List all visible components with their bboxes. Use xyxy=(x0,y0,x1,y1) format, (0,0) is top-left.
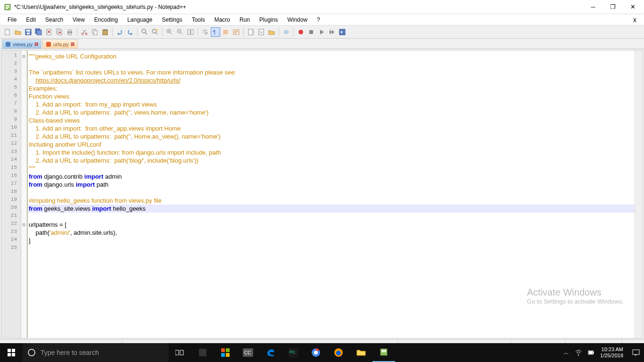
menu-edit[interactable]: Edit xyxy=(21,16,41,24)
code-line[interactable]: 1. Add an import: from my_app import vie… xyxy=(28,100,635,108)
taskbar-app-store[interactable] xyxy=(214,343,237,362)
notifications-icon[interactable] xyxy=(632,348,640,357)
maximize-button[interactable]: ❐ xyxy=(607,1,619,13)
doc-map-icon[interactable] xyxy=(246,27,256,37)
stop-macro-icon[interactable] xyxy=(306,27,316,37)
menu-view[interactable]: View xyxy=(68,16,90,24)
code-area[interactable]: """geeks_site URL ConfigurationThe `urlp… xyxy=(28,50,635,338)
menu-file[interactable]: File xyxy=(3,16,21,24)
play-multi-icon[interactable] xyxy=(327,27,337,37)
wordwrap-icon[interactable] xyxy=(200,27,210,37)
zoom-in-icon[interactable] xyxy=(165,27,174,37)
copy-icon[interactable] xyxy=(90,27,99,37)
code-line[interactable]: Function views xyxy=(28,92,635,100)
start-button[interactable] xyxy=(0,343,23,362)
save-icon[interactable] xyxy=(24,27,33,37)
code-line[interactable] xyxy=(28,213,635,221)
save-all-icon[interactable] xyxy=(34,27,43,37)
close-button[interactable]: ✕ xyxy=(627,1,638,13)
code-line[interactable]: 2. Add a URL to urlpatterns: path('', Ho… xyxy=(28,132,635,140)
taskbar-app-firefox[interactable] xyxy=(327,343,350,362)
play-macro-icon[interactable] xyxy=(317,27,326,37)
code-line[interactable]: 1. Add an import: from other_app.views i… xyxy=(28,124,635,132)
menu-help[interactable]: ? xyxy=(312,16,325,24)
code-line[interactable]: 1. Import the include() function: from d… xyxy=(28,148,635,156)
menu-encoding[interactable]: Encoding xyxy=(90,16,123,24)
taskbar-search[interactable]: Type here to search xyxy=(23,343,169,362)
menu-window[interactable]: Window xyxy=(282,16,312,24)
code-line[interactable] xyxy=(28,60,635,68)
close-file-icon[interactable] xyxy=(44,27,54,37)
code-line[interactable]: from geeks_site.views import hello_geeks xyxy=(28,205,635,213)
func-list-icon[interactable]: fx xyxy=(256,27,266,37)
code-line[interactable]: 2. Add a URL to urlpatterns: path('', vi… xyxy=(28,108,635,116)
taskbar-app-edge[interactable] xyxy=(259,343,282,362)
editor-area[interactable]: 1234567891011121314151617181920212223242… xyxy=(1,50,643,338)
taskbar-app-cc[interactable]: CC xyxy=(237,343,259,362)
record-macro-icon[interactable] xyxy=(296,27,305,37)
show-chars-icon[interactable]: ¶ xyxy=(211,27,220,37)
menu-settings[interactable]: Settings xyxy=(157,16,187,24)
code-line[interactable]: Examples: xyxy=(28,84,635,92)
task-view-icon[interactable] xyxy=(169,343,191,362)
file-tab-views-py[interactable]: views.py⊠ xyxy=(2,39,41,49)
taskbar-app-explorer[interactable] xyxy=(350,343,372,362)
code-line[interactable]: Including another URLconf xyxy=(28,140,635,148)
system-tray[interactable]: ︿ 10:23 AM 1/25/2018 xyxy=(560,346,644,359)
fold-marker[interactable]: ⊟ xyxy=(21,221,26,229)
save-macro-icon[interactable] xyxy=(338,27,347,37)
fold-marker[interactable]: ⊟ xyxy=(21,52,26,60)
redo-icon[interactable] xyxy=(125,27,135,37)
menu-close-icon[interactable]: x xyxy=(628,16,641,24)
code-line[interactable]: #impoting hello_geeks function from view… xyxy=(28,197,635,205)
code-line[interactable]: """geeks_site URL Configuration xyxy=(28,52,635,60)
file-tab-urls-py[interactable]: urls.py⊠ xyxy=(42,39,77,49)
tab-close-icon[interactable]: ⊠ xyxy=(34,41,38,47)
menu-plugins[interactable]: Plugins xyxy=(255,16,282,24)
tray-chevron-icon[interactable]: ︿ xyxy=(563,349,569,357)
code-line[interactable]: path('admin/', admin.site.urls), xyxy=(28,229,635,237)
taskbar-app-chrome[interactable] xyxy=(305,343,327,362)
code-line[interactable]: Class-based views xyxy=(28,116,635,124)
taskbar-clock[interactable]: 10:23 AM 1/25/2018 xyxy=(600,346,626,359)
replace-icon[interactable] xyxy=(150,27,160,37)
wifi-icon[interactable] xyxy=(575,349,582,356)
code-line[interactable]: The `urlpatterns` list routes URLs to vi… xyxy=(28,68,635,76)
fold-column[interactable]: ⊟⊟ xyxy=(21,50,27,338)
new-file-icon[interactable] xyxy=(3,27,12,37)
menu-macro[interactable]: Macro xyxy=(210,16,235,24)
code-line[interactable]: ] xyxy=(28,237,635,245)
tab-close-icon[interactable]: ⊠ xyxy=(71,41,74,47)
open-file-icon[interactable] xyxy=(13,27,23,37)
menu-tools[interactable]: Tools xyxy=(187,16,210,24)
vertical-scrollbar[interactable] xyxy=(635,50,643,338)
code-line[interactable]: from django.contrib import admin xyxy=(28,173,635,181)
code-line[interactable] xyxy=(28,245,635,253)
code-line[interactable]: urlpatterns = [ xyxy=(28,221,635,229)
menu-search[interactable]: Search xyxy=(41,16,68,24)
code-line[interactable]: """ xyxy=(28,165,635,173)
cut-icon[interactable] xyxy=(80,27,89,37)
print-icon[interactable] xyxy=(65,27,74,37)
taskbar-app-pycharm[interactable]: PC xyxy=(282,343,305,362)
user-lang-icon[interactable] xyxy=(231,27,241,37)
undo-icon[interactable] xyxy=(115,27,124,37)
sync-scroll-icon[interactable] xyxy=(186,27,195,37)
minimize-button[interactable]: ─ xyxy=(587,1,599,13)
taskbar-app-notepadpp[interactable] xyxy=(372,343,395,362)
monitor-icon[interactable] xyxy=(281,27,291,37)
zoom-out-icon[interactable] xyxy=(175,27,185,37)
battery-icon[interactable] xyxy=(588,349,594,356)
indent-guide-icon[interactable] xyxy=(221,27,231,37)
close-all-icon[interactable] xyxy=(55,27,64,37)
taskbar-app-cortana[interactable] xyxy=(191,343,214,362)
menu-language[interactable]: Language xyxy=(123,16,157,24)
find-icon[interactable] xyxy=(140,27,149,37)
folder-view-icon[interactable] xyxy=(267,27,276,37)
code-line[interactable]: https://docs.djangoproject.com/en/2.0/to… xyxy=(28,76,635,84)
code-line[interactable]: 2. Add a URL to urlpatterns: path('blog/… xyxy=(28,156,635,165)
menu-run[interactable]: Run xyxy=(235,16,255,24)
code-line[interactable]: from django.urls import path xyxy=(28,181,635,189)
code-line[interactable] xyxy=(28,189,635,197)
paste-icon[interactable] xyxy=(100,27,110,37)
